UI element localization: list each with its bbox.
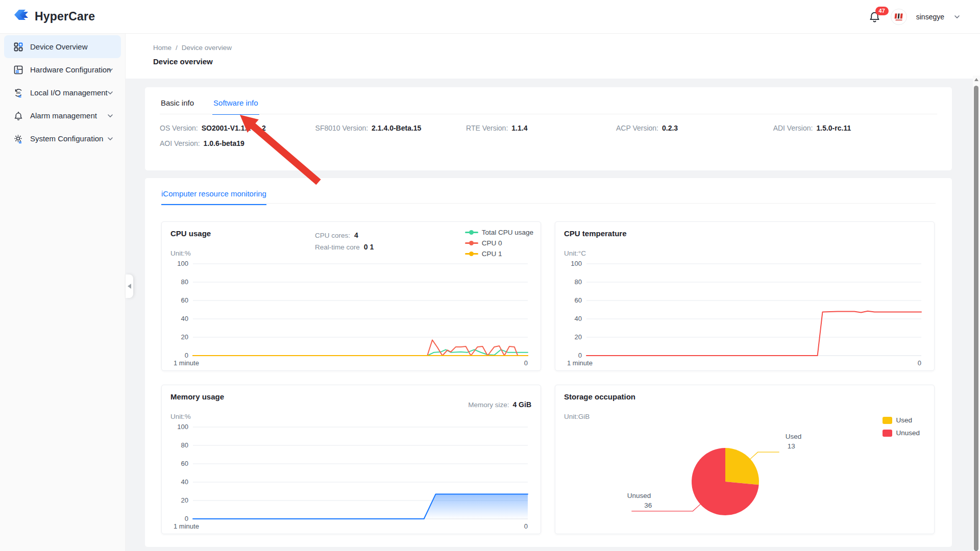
storage-occupation-chart: Used13Unused36	[555, 385, 935, 535]
tab-software-info[interactable]: Software info	[212, 93, 259, 115]
svg-text:20: 20	[181, 496, 188, 504]
io-cycle-icon: I/O	[13, 88, 23, 98]
svg-text:20: 20	[575, 333, 582, 341]
cpu-temperature-chart: 0204060801001 minute0	[564, 258, 926, 369]
cpu-info: CPU cores:4 Real-time core0 1	[315, 230, 374, 253]
cpu-temperature-title: CPU temperature	[564, 229, 627, 238]
bell-icon	[868, 16, 881, 25]
page-header-strip: Home / Device overview Device overview	[126, 34, 980, 79]
scrollbar-up-arrow[interactable]	[974, 78, 978, 81]
sidebar-item-label: System Configuration	[30, 134, 103, 143]
page-title: Device overview	[153, 57, 213, 66]
username-label: sinsegye	[916, 13, 944, 21]
field-acp-version: ACP Version:0.2.3	[616, 124, 773, 132]
breadcrumb: Home / Device overview	[153, 44, 232, 52]
svg-text:40: 40	[181, 478, 188, 486]
breadcrumb-home-link[interactable]: Home	[153, 44, 172, 52]
field-rte-version: RTE Version:1.1.4	[466, 124, 616, 132]
svg-text:0: 0	[578, 352, 582, 359]
svg-text:1 minute: 1 minute	[174, 359, 199, 367]
monitor-tabs-divider	[161, 203, 936, 204]
svg-text:60: 60	[181, 460, 188, 467]
sidebar-item-hardware-configuration[interactable]: Hardware Configuration	[4, 58, 121, 81]
field-os-version: OS Version:SO2001-V1.1.1-rc.2	[160, 124, 315, 132]
svg-text:60: 60	[575, 296, 582, 304]
breadcrumb-separator: /	[176, 44, 178, 52]
notifications-bell-button[interactable]: 47	[868, 10, 881, 23]
chevron-down-icon	[107, 135, 114, 142]
svg-text:13: 13	[788, 442, 795, 450]
cpu-usage-legend: Total CPU usageCPU 0CPU 1	[465, 227, 533, 259]
logo-text: HyperCare	[35, 10, 95, 23]
app-header: HyperCare 47 sinsegye	[0, 0, 980, 34]
svg-text:20: 20	[181, 333, 188, 341]
hardware-icon	[13, 65, 23, 75]
tab-icomputer-resource-monitoring[interactable]: iComputer resource monitoring	[161, 189, 266, 205]
svg-text:0: 0	[185, 352, 188, 359]
cpu-usage-title: CPU usage	[170, 229, 211, 238]
svg-text:Used: Used	[786, 433, 802, 440]
chevron-down-icon	[107, 112, 114, 119]
cpu-usage-panel: CPU usage CPU cores:4 Real-time core0 1 …	[161, 221, 541, 371]
svg-text:40: 40	[181, 315, 188, 322]
cpu-temperature-unit: Unit:°C	[564, 249, 586, 257]
cpu-usage-unit: Unit:%	[170, 249, 191, 257]
collapse-left-triangle-icon	[128, 284, 131, 289]
svg-text:Unused: Unused	[627, 492, 651, 499]
storage-occupation-panel: Storage occupation Unit:GiB UsedUnused U…	[555, 385, 935, 534]
alarm-bell-icon	[13, 111, 23, 121]
tab-basic-info[interactable]: Basic info	[160, 93, 195, 115]
svg-text:1 minute: 1 minute	[174, 522, 199, 530]
sidebar-item-system-configuration[interactable]: System Configuration	[4, 127, 121, 150]
svg-text:0: 0	[918, 359, 921, 367]
user-menu-chevron-down-icon[interactable]	[953, 13, 961, 20]
software-info-card: Basic info Software info OS Version:SO20…	[145, 87, 952, 170]
memory-usage-chart: 0204060801001 minute0	[170, 421, 533, 532]
svg-text:0: 0	[185, 515, 188, 522]
tabs-divider	[160, 114, 937, 114]
avatar[interactable]	[891, 9, 907, 25]
sidebar-item-label: Device Overview	[30, 42, 88, 51]
memory-usage-unit: Unit:%	[170, 413, 191, 420]
svg-text:60: 60	[181, 296, 188, 304]
chevron-down-icon	[107, 89, 114, 96]
svg-text:100: 100	[177, 423, 188, 431]
sidebar-item-alarm-management[interactable]: Alarm management	[4, 104, 121, 127]
sidebar-item-label: Alarm management	[30, 111, 97, 120]
svg-text:I/O: I/O	[16, 91, 20, 94]
svg-text:100: 100	[177, 260, 188, 267]
svg-text:0: 0	[524, 359, 528, 367]
field-sf8010-version: SF8010 Version:2.1.4.0-Beta.15	[315, 124, 466, 132]
memory-usage-panel: Memory usage Memory size:4 GiB Unit:% 02…	[161, 385, 541, 534]
sidebar-nav: Device Overview Hardware Configuration I…	[0, 34, 126, 551]
notification-count-badge: 47	[875, 7, 889, 15]
svg-text:36: 36	[644, 502, 652, 509]
cpu-temperature-panel: CPU temperature Unit:°C 0204060801001 mi…	[555, 221, 935, 371]
sidebar-item-local-io-management[interactable]: I/O Local I/O management	[4, 81, 121, 104]
svg-text:80: 80	[181, 441, 188, 449]
svg-text:40: 40	[575, 315, 582, 322]
chevron-down-icon	[107, 66, 114, 73]
scrollbar-thumb[interactable]	[974, 86, 978, 551]
grid-icon	[13, 42, 23, 52]
cpu-usage-chart: 0204060801001 minute0	[170, 258, 533, 369]
sidebar-collapse-handle[interactable]	[126, 274, 133, 298]
field-adi-version: ADI Version:1.5.0-rc.11	[773, 124, 937, 132]
svg-text:1 minute: 1 minute	[567, 359, 593, 367]
page-scrollbar[interactable]	[973, 76, 980, 551]
sidebar-item-device-overview[interactable]: Device Overview	[4, 35, 121, 58]
svg-text:100: 100	[571, 260, 582, 267]
app-logo: HyperCare	[12, 8, 95, 26]
breadcrumb-current: Device overview	[182, 44, 232, 52]
field-aoi-version: AOI Version:1.0.6-beta19	[160, 139, 315, 147]
memory-usage-title: Memory usage	[170, 392, 224, 401]
svg-text:0: 0	[524, 522, 528, 530]
sidebar-item-label: Hardware Configuration	[30, 65, 111, 74]
svg-text:80: 80	[575, 278, 582, 286]
sidebar-item-label: Local I/O management	[30, 88, 108, 97]
svg-text:80: 80	[181, 278, 188, 286]
memory-size-info: Memory size:4 GiB	[468, 400, 531, 409]
monitoring-card: iComputer resource monitoring CPU usage …	[145, 178, 952, 547]
logo-icon	[12, 8, 30, 26]
gear-icon	[13, 134, 23, 144]
